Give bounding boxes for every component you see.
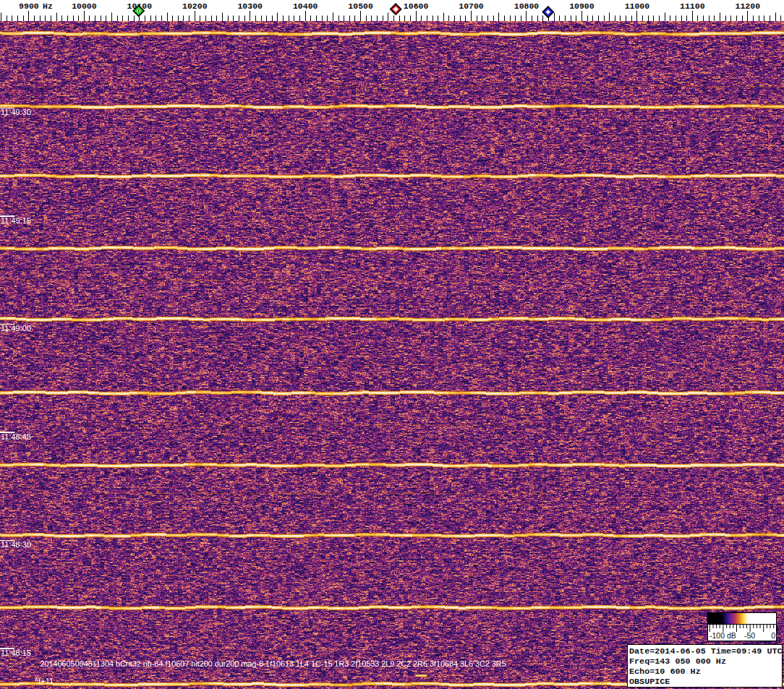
svg-text:10800: 10800	[514, 1, 540, 11]
svg-text:Hz: Hz	[43, 1, 53, 11]
svg-text:10700: 10700	[459, 1, 484, 11]
svg-text:11200: 11200	[736, 1, 761, 11]
svg-text:10400: 10400	[293, 1, 318, 11]
svg-text:11100: 11100	[680, 1, 705, 11]
svg-text:11000: 11000	[625, 1, 650, 11]
svg-text:10200: 10200	[182, 1, 208, 11]
svg-text:10300: 10300	[237, 1, 263, 11]
svg-text:10600: 10600	[404, 1, 429, 11]
svg-text:10500: 10500	[348, 1, 373, 11]
svg-text:9900: 9900	[19, 1, 39, 11]
svg-text:10000: 10000	[72, 1, 97, 11]
svg-text:10900: 10900	[569, 1, 595, 11]
